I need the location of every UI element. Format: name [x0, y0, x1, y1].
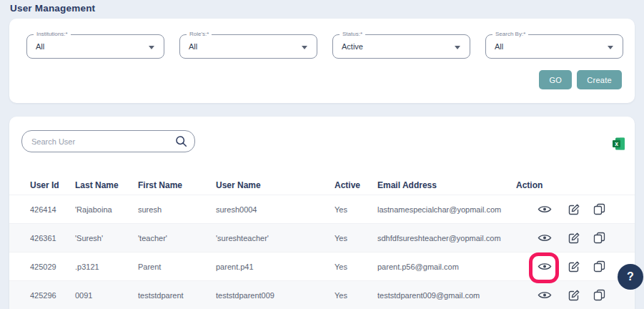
edit-pencil-icon[interactable]: [566, 202, 582, 217]
create-button[interactable]: Create: [577, 70, 622, 89]
edit-pencil-icon[interactable]: [566, 259, 582, 275]
roles-select[interactable]: Role's:* All: [179, 34, 317, 59]
copy-icon[interactable]: [591, 288, 607, 303]
cell-user-id: 425296: [30, 291, 75, 300]
table-row: 426414 'Rajaboina suresh suresh0004 Yes …: [9, 195, 635, 223]
copy-icon[interactable]: [591, 259, 607, 275]
cell-active: Yes: [335, 205, 377, 214]
cell-email: sdhfdfsureshteacher@yopmail.com: [377, 234, 516, 242]
cell-actions: [516, 224, 635, 252]
cell-user-name: parent.p41: [216, 263, 335, 271]
cell-last-name: 'Rajaboina: [75, 205, 138, 214]
cell-email: lastnamespecialchar@yopmail.com: [377, 205, 516, 214]
cell-first-name: 'teacher': [138, 234, 216, 242]
cell-first-name: teststdparent: [138, 291, 216, 300]
cell-active: Yes: [335, 234, 377, 242]
cell-first-name: Parent: [138, 263, 216, 271]
cell-user-name: 'sureshteacher': [216, 234, 335, 242]
excel-export-icon[interactable]: x: [612, 137, 626, 151]
status-select[interactable]: Status:* Active: [332, 34, 470, 59]
view-eye-icon[interactable]: [537, 288, 553, 303]
col-first-name: First Name: [138, 180, 216, 190]
cell-actions: [516, 281, 635, 309]
page-title: User Management: [10, 3, 95, 14]
institutions-select[interactable]: Institutions:* All: [26, 34, 164, 59]
cell-user-id: 425029: [30, 263, 75, 271]
filter-actions: GO Create: [539, 70, 622, 89]
chevron-down-icon: [149, 46, 154, 49]
table-header: User Id Last Name First Name User Name A…: [9, 175, 635, 195]
svg-text:x: x: [615, 140, 618, 147]
filters-row: Institutions:* All Role's:* All Status:*…: [26, 34, 624, 59]
cell-active: Yes: [335, 291, 377, 300]
cell-email: teststdparent009@gmail.com: [377, 291, 516, 300]
col-email: Email Address: [377, 180, 516, 190]
chevron-down-icon: [608, 46, 613, 49]
status-value: Active: [333, 35, 470, 58]
filter-card: Institutions:* All Role's:* All Status:*…: [9, 19, 635, 103]
copy-icon[interactable]: [591, 230, 607, 246]
view-eye-icon[interactable]: [537, 202, 553, 217]
chevron-down-icon: [302, 46, 307, 49]
roles-label: Role's:*: [187, 31, 212, 37]
roles-value: All: [180, 35, 317, 58]
view-eye-icon[interactable]: [537, 230, 553, 246]
cell-actions: [516, 195, 635, 223]
search-by-value: All: [486, 35, 623, 58]
view-eye-icon[interactable]: [537, 259, 553, 275]
go-button[interactable]: GO: [539, 70, 572, 89]
institutions-value: All: [27, 35, 164, 58]
cell-user-id: 426414: [30, 205, 75, 214]
col-active: Active: [335, 180, 377, 190]
col-action: Action: [516, 180, 635, 190]
table-body: 426414 'Rajaboina suresh suresh0004 Yes …: [9, 195, 635, 309]
table-row: 426361 'Suresh' 'teacher' 'sureshteacher…: [9, 223, 635, 252]
col-user-name: User Name: [216, 180, 335, 190]
table-row: 425296 0091 teststdparent teststdparent0…: [9, 280, 635, 309]
cell-active: Yes: [335, 263, 377, 271]
cell-first-name: suresh: [138, 205, 216, 214]
search-by-label: Search By:*: [492, 31, 528, 37]
help-button[interactable]: ?: [618, 264, 643, 290]
cell-user-name: suresh0004: [216, 205, 335, 214]
help-label: ?: [627, 270, 634, 283]
col-last-name: Last Name: [75, 180, 138, 190]
search-by-select[interactable]: Search By:* All: [485, 34, 623, 59]
cell-last-name: 'Suresh': [75, 234, 138, 242]
copy-icon[interactable]: [591, 202, 607, 217]
search-icon[interactable]: [175, 135, 187, 147]
cell-user-name: teststdparent009: [216, 291, 335, 300]
chevron-down-icon: [455, 46, 460, 49]
cell-user-id: 426361: [30, 234, 75, 242]
cell-email: parent.p56@gmail.com: [377, 263, 516, 271]
edit-pencil-icon[interactable]: [566, 288, 582, 303]
status-label: Status:*: [340, 31, 365, 37]
search-user-wrap: [21, 130, 195, 152]
edit-pencil-icon[interactable]: [566, 230, 582, 246]
cell-last-name: 0091: [75, 291, 138, 300]
cell-last-name: .p3121: [75, 263, 138, 271]
institutions-label: Institutions:*: [34, 31, 71, 37]
table-card: x User Id Last Name First Name User Name…: [9, 117, 635, 309]
search-user-input[interactable]: [21, 130, 195, 152]
table-row: 425029 .p3121 Parent parent.p41 Yes pare…: [9, 252, 635, 280]
col-user-id: User Id: [30, 180, 75, 190]
